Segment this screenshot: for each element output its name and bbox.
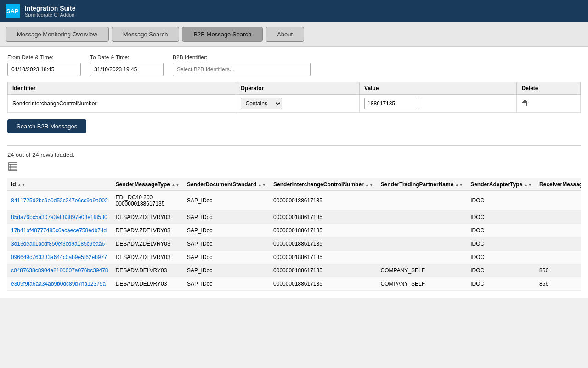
cell-sender_adapter_type: IDOC bbox=[467, 277, 536, 291]
export-icon[interactable] bbox=[7, 161, 18, 174]
app-header: SAP Integration Suite Sprintegrate CI Ad… bbox=[0, 0, 588, 22]
cell-sender_trading_partner_name bbox=[377, 191, 467, 211]
delete-cell: 🗑 bbox=[517, 95, 581, 113]
from-date-input[interactable] bbox=[7, 63, 81, 76]
nav-message-monitoring-overview[interactable]: Message Monitoring Overview bbox=[6, 27, 109, 42]
sort-arrows-icon: ▲▼ bbox=[455, 183, 463, 187]
cell-sender_document_standard: SAP_IDoc bbox=[183, 191, 270, 211]
cell-sender_adapter_type: IDOC bbox=[467, 224, 536, 237]
cell-sender_interchange_control_number: 0000000188617135 bbox=[270, 277, 377, 291]
cell-sender_adapter_type: IDOC bbox=[467, 251, 536, 264]
identifiers-table: Identifier Operator Value Delete SenderI… bbox=[7, 82, 581, 113]
col-delete: Delete bbox=[517, 82, 581, 95]
sort-arrows-icon: ▲▼ bbox=[524, 183, 532, 187]
nav-b2b-message-search[interactable]: B2B Message Search bbox=[182, 27, 263, 42]
cell-sender_message_type: DESADV.DELVRY03 bbox=[112, 277, 183, 291]
cell-sender_interchange_control_number: 0000000188617135 bbox=[270, 191, 377, 211]
svg-rect-1 bbox=[9, 162, 17, 171]
cell-sender_message_type: DESADV.ZDELVRY03 bbox=[112, 237, 183, 251]
cell-sender_document_standard: SAP_IDoc bbox=[183, 277, 270, 291]
table-row: 096649c763333a644c0ab9e5f62eb977DESADV.Z… bbox=[7, 251, 581, 264]
nav-bar: Message Monitoring Overview Message Sear… bbox=[0, 22, 588, 47]
cell-receiver_message_type bbox=[536, 224, 581, 237]
cell-id: 8411725d2bc9e0d52c247e6cc9a9a002 bbox=[7, 191, 112, 211]
cell-sender_interchange_control_number: 0000000188617135 bbox=[270, 251, 377, 264]
message-id-link[interactable]: 17b41bf48777485c6acaece758edb74d bbox=[11, 227, 107, 234]
results-header-row: Id▲▼SenderMessageType▲▼SenderDocumentSta… bbox=[7, 178, 581, 191]
to-date-label: To Date & Time: bbox=[90, 54, 164, 61]
cell-sender_document_standard: SAP_IDoc bbox=[183, 251, 270, 264]
results-col-sender_adapter_type[interactable]: SenderAdapterType▲▼ bbox=[467, 178, 536, 191]
results-col-sender_trading_partner_name[interactable]: SenderTradingPartnerName▲▼ bbox=[377, 178, 467, 191]
cell-id: c0487638c8904a2180007a076bc39478 bbox=[7, 264, 112, 277]
results-col-sender_interchange_control_number[interactable]: SenderInterchangeControlNumber▲▼ bbox=[270, 178, 377, 191]
results-col-id[interactable]: Id▲▼ bbox=[7, 178, 112, 191]
results-col-sender_message_type[interactable]: SenderMessageType▲▼ bbox=[112, 178, 183, 191]
b2b-identifier-group: B2B Identifier: bbox=[173, 54, 581, 76]
cell-sender_message_type: EDI_DC40 2000000000188617135 bbox=[112, 191, 183, 211]
cell-sender_message_type: DESADV.ZDELVRY03 bbox=[112, 224, 183, 237]
divider bbox=[7, 145, 581, 146]
nav-about[interactable]: About bbox=[266, 27, 304, 42]
results-table-wrapper: Id▲▼SenderMessageType▲▼SenderDocumentSta… bbox=[7, 178, 581, 291]
cell-sender_interchange_control_number: 0000000188617135 bbox=[270, 224, 377, 237]
filter-row: From Date & Time: To Date & Time: B2B Id… bbox=[7, 54, 581, 76]
results-col-sender_document_standard[interactable]: SenderDocumentStandard▲▼ bbox=[183, 178, 270, 191]
header-titles: Integration Suite Sprintegrate CI Addon bbox=[25, 5, 75, 17]
sort-arrows-icon: ▲▼ bbox=[171, 183, 180, 187]
cell-receiver_message_type: 856 bbox=[536, 277, 581, 291]
svg-text:SAP: SAP bbox=[6, 8, 19, 15]
message-id-link[interactable]: c0487638c8904a2180007a076bc39478 bbox=[11, 267, 108, 274]
to-date-group: To Date & Time: bbox=[90, 54, 164, 76]
app-subtitle: Sprintegrate CI Addon bbox=[25, 12, 75, 17]
table-row: 85da76bc5a307a3a883097e08e1f8530DESADV.Z… bbox=[7, 211, 581, 224]
to-date-input[interactable] bbox=[90, 63, 164, 76]
table-row: 8411725d2bc9e0d52c247e6cc9a9a002EDI_DC40… bbox=[7, 191, 581, 211]
identifier-row: SenderInterchangeControlNumberContainsEq… bbox=[8, 95, 581, 113]
message-id-link[interactable]: 3d13deac1acdf850ef3cd9a185c9eaa6 bbox=[11, 241, 105, 247]
cell-sender_adapter_type: IDOC bbox=[467, 237, 536, 251]
from-date-label: From Date & Time: bbox=[7, 54, 81, 61]
cell-sender_message_type: DESADV.ZDELVRY03 bbox=[112, 211, 183, 224]
cell-receiver_message_type bbox=[536, 211, 581, 224]
cell-sender_adapter_type: IDOC bbox=[467, 191, 536, 211]
col-operator: Operator bbox=[236, 82, 360, 95]
message-id-link[interactable]: 85da76bc5a307a3a883097e08e1f8530 bbox=[11, 214, 107, 220]
operator-cell: ContainsEqualsStartsWithEndsWith bbox=[236, 95, 360, 113]
operator-select[interactable]: ContainsEqualsStartsWithEndsWith bbox=[241, 98, 282, 109]
cell-id: 85da76bc5a307a3a883097e08e1f8530 bbox=[7, 211, 112, 224]
cell-id: 096649c763333a644c0ab9e5f62eb977 bbox=[7, 251, 112, 264]
cell-receiver_message_type bbox=[536, 191, 581, 211]
cell-sender_interchange_control_number: 0000000188617135 bbox=[270, 237, 377, 251]
table-row: 3d13deac1acdf850ef3cd9a185c9eaa6DESADV.Z… bbox=[7, 237, 581, 251]
message-id-link[interactable]: e309f9fa6aa34ab9b0dc89b7ha12375a bbox=[11, 281, 106, 287]
message-id-link[interactable]: 096649c763333a644c0ab9e5f62eb977 bbox=[11, 254, 107, 260]
table-row: c0487638c8904a2180007a076bc39478DESADV.D… bbox=[7, 264, 581, 277]
results-col-receiver_message_type[interactable]: ReceiverMessageType▲▼ bbox=[536, 178, 581, 191]
nav-message-search[interactable]: Message Search bbox=[112, 27, 180, 42]
results-table: Id▲▼SenderMessageType▲▼SenderDocumentSta… bbox=[7, 178, 581, 291]
value-cell bbox=[360, 95, 517, 113]
col-value: Value bbox=[360, 82, 517, 95]
results-info: 24 out of 24 rows loaded. bbox=[7, 151, 581, 158]
value-input[interactable] bbox=[364, 98, 419, 109]
cell-receiver_message_type bbox=[536, 251, 581, 264]
cell-receiver_message_type: 856 bbox=[536, 264, 581, 277]
table-row: e309f9fa6aa34ab9b0dc89b7ha12375aDESADV.D… bbox=[7, 277, 581, 291]
cell-sender_trading_partner_name: COMPANY_SELF bbox=[377, 277, 467, 291]
delete-icon[interactable]: 🗑 bbox=[521, 99, 529, 107]
cell-sender_trading_partner_name bbox=[377, 237, 467, 251]
b2b-identifier-label: B2B Identifier: bbox=[173, 54, 581, 61]
b2b-identifier-input[interactable] bbox=[173, 63, 311, 76]
cell-sender_trading_partner_name bbox=[377, 211, 467, 224]
cell-sender_trading_partner_name: COMPANY_SELF bbox=[377, 264, 467, 277]
sort-arrows-icon: ▲▼ bbox=[258, 183, 266, 187]
cell-sender_document_standard: SAP_IDoc bbox=[183, 224, 270, 237]
cell-sender_adapter_type: IDOC bbox=[467, 264, 536, 277]
search-b2b-messages-button[interactable]: Search B2B Messages bbox=[7, 119, 86, 133]
app-title: Integration Suite bbox=[25, 5, 75, 12]
cell-receiver_message_type bbox=[536, 237, 581, 251]
cell-sender_trading_partner_name bbox=[377, 251, 467, 264]
message-id-link[interactable]: 8411725d2bc9e0d52c247e6cc9a9a002 bbox=[11, 197, 108, 204]
cell-sender_adapter_type: IDOC bbox=[467, 211, 536, 224]
